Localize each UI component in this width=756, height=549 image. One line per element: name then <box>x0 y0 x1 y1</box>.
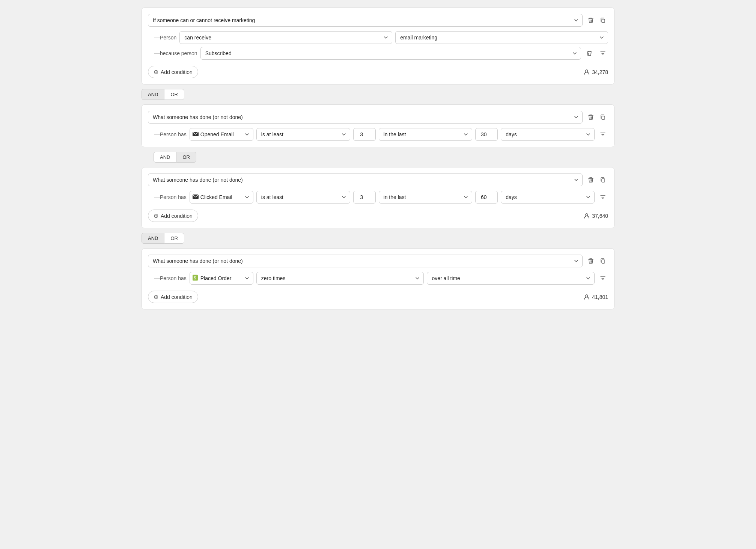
group4-person-icon <box>584 294 590 300</box>
group2-copy-btn[interactable] <box>598 112 608 122</box>
svg-rect-7 <box>602 260 605 263</box>
group3-filter-btn[interactable] <box>598 192 608 202</box>
group2-timeframe-select[interactable]: in the last over all time before date <box>379 128 473 141</box>
group3-main-select-wrapper: What someone has done (or not done) <box>148 173 583 186</box>
group2-event-select-wrapper: Opened Email Clicked Email Placed Order <box>190 128 253 141</box>
group2-main-select-wrapper: What someone has done (or not done) <box>148 111 583 124</box>
group3-add-condition-btn[interactable]: ⊕ Add condition <box>148 210 198 222</box>
group3-copy-btn[interactable] <box>598 175 608 185</box>
group1-count: 34,278 <box>592 69 608 75</box>
group3-value-input[interactable] <box>353 191 376 204</box>
group1-because-label: because person <box>160 50 197 56</box>
group2-delete-btn[interactable] <box>586 112 596 122</box>
group1-person-label: Person <box>160 35 176 41</box>
group3-count: 37,640 <box>592 213 608 219</box>
group3-person-icon <box>584 213 590 219</box>
group4-main-select-wrapper: What someone has done (or not done) <box>148 255 583 267</box>
group4-add-condition-row: ⊕ Add condition 41,801 <box>148 291 608 303</box>
group4-count-badge: 41,801 <box>584 294 608 300</box>
group3-unit-select[interactable]: days weeks months <box>501 191 595 204</box>
group2-person-has-label: Person has <box>160 131 187 137</box>
group1-person-row: Person can receive cannot receive email … <box>148 31 608 44</box>
group1-main-select[interactable]: If someone can or cannot receive marketi… <box>148 14 583 27</box>
group4-plus-icon: ⊕ <box>154 293 158 300</box>
group3-person-has-label: Person has <box>160 194 187 200</box>
group2-header: What someone has done (or not done) <box>148 111 608 124</box>
group1-header: If someone can or cannot receive marketi… <box>148 14 608 27</box>
page-container: If someone can or cannot receive marketi… <box>142 8 614 309</box>
group1-because-filter-btn[interactable] <box>598 48 608 59</box>
group1-can-receive-select[interactable]: can receive cannot receive <box>179 31 392 44</box>
group2-filter-btn[interactable] <box>598 129 608 140</box>
group4-event-row: Person has S Placed Order Opened Email C… <box>148 272 608 285</box>
group3-timeframe-select[interactable]: in the last over all time before date <box>379 191 473 204</box>
group1-because-delete-btn[interactable] <box>584 48 595 59</box>
group4-event-select-wrapper: S Placed Order Opened Email Clicked Emai… <box>190 272 253 285</box>
group4-actions <box>586 256 608 266</box>
group3-condition-select[interactable]: is at least is at most equals <box>256 191 350 204</box>
group4-delete-btn[interactable] <box>586 256 596 266</box>
condition-group-2: What someone has done (or not done) <box>142 104 614 147</box>
group3-main-select[interactable]: What someone has done (or not done) <box>148 173 583 186</box>
group3-event-select[interactable]: Clicked Email Opened Email Placed Order <box>190 191 253 204</box>
group3-plus-icon: ⊕ <box>154 212 158 219</box>
group4-count: 41,801 <box>592 294 608 300</box>
group1-marketing-type-select[interactable]: email marketing SMS marketing <box>395 31 608 44</box>
group3-timeframe-value-input[interactable] <box>475 191 498 204</box>
group1-add-condition-label: Add condition <box>161 69 193 75</box>
group3-delete-btn[interactable] <box>586 175 596 185</box>
group2-timeframe-value-input[interactable] <box>475 128 498 141</box>
group4-main-select[interactable]: What someone has done (or not done) <box>148 255 583 267</box>
group4-copy-btn[interactable] <box>598 256 608 266</box>
group3-add-condition-label: Add condition <box>161 213 193 219</box>
connector-2: AND OR <box>154 152 614 163</box>
group2-event-row: Person has Opened Email Clicked Email Pl… <box>148 128 608 141</box>
group3-header: What someone has done (or not done) <box>148 173 608 186</box>
group2-value-input[interactable] <box>353 128 376 141</box>
group1-because-select[interactable]: Subscribed Unsubscribed Never subscribed <box>200 47 581 60</box>
group1-plus-icon: ⊕ <box>154 68 158 75</box>
group1-add-condition-row: ⊕ Add condition 34,278 <box>148 66 608 78</box>
group3-event-row: Person has Clicked Email Opened Email Pl… <box>148 191 608 204</box>
svg-rect-0 <box>602 19 605 23</box>
svg-point-10 <box>586 295 588 297</box>
group2-unit-select[interactable]: days weeks months <box>501 128 595 141</box>
group1-main-select-wrapper: If someone can or cannot receive marketi… <box>148 14 583 27</box>
group1-actions <box>586 15 608 26</box>
connector2-and-btn[interactable]: AND <box>154 152 176 163</box>
group4-filter-btn[interactable] <box>598 273 608 284</box>
group3-actions <box>586 175 608 185</box>
group2-actions <box>586 112 608 122</box>
group1-count-badge: 34,278 <box>584 69 608 75</box>
group4-timeframe-select[interactable]: over all time in the last before date <box>427 272 595 285</box>
connector-3: AND OR <box>142 233 614 244</box>
group2-event-select[interactable]: Opened Email Clicked Email Placed Order <box>190 128 253 141</box>
group1-delete-btn[interactable] <box>586 15 596 26</box>
group2-condition-select[interactable]: is at least is at most equals <box>256 128 350 141</box>
connector2-or-btn[interactable]: OR <box>176 152 196 163</box>
group4-condition-select[interactable]: zero times at least once is at least <box>256 272 424 285</box>
group1-because-row: because person Subscribed Unsubscribed N… <box>148 47 608 60</box>
condition-group-3: What someone has done (or not done) <box>142 167 614 228</box>
group3-count-badge: 37,640 <box>584 213 608 219</box>
group3-add-condition-row: ⊕ Add condition 37,640 <box>148 210 608 222</box>
connector1-and-btn[interactable]: AND <box>142 89 164 100</box>
connector3-or-btn[interactable]: OR <box>164 233 184 244</box>
group4-person-has-label: Person has <box>160 275 187 281</box>
connector-1: AND OR <box>142 89 614 100</box>
group4-add-condition-label: Add condition <box>161 294 193 300</box>
group1-person-icon <box>584 69 590 75</box>
group2-main-select[interactable]: What someone has done (or not done) <box>148 111 583 124</box>
condition-group-1: If someone can or cannot receive marketi… <box>142 8 614 84</box>
group4-add-condition-btn[interactable]: ⊕ Add condition <box>148 291 198 303</box>
group1-add-condition-btn[interactable]: ⊕ Add condition <box>148 66 198 78</box>
group4-event-select[interactable]: Placed Order Opened Email Clicked Email <box>190 272 253 285</box>
svg-rect-4 <box>602 179 605 182</box>
group1-copy-btn[interactable] <box>598 15 608 26</box>
connector1-or-btn[interactable]: OR <box>164 89 184 100</box>
connector3-and-btn[interactable]: AND <box>142 233 164 244</box>
svg-point-1 <box>586 70 588 72</box>
group4-header: What someone has done (or not done) <box>148 255 608 267</box>
condition-group-4: What someone has done (or not done) <box>142 248 614 309</box>
group3-event-select-wrapper: Clicked Email Opened Email Placed Order <box>190 191 253 204</box>
